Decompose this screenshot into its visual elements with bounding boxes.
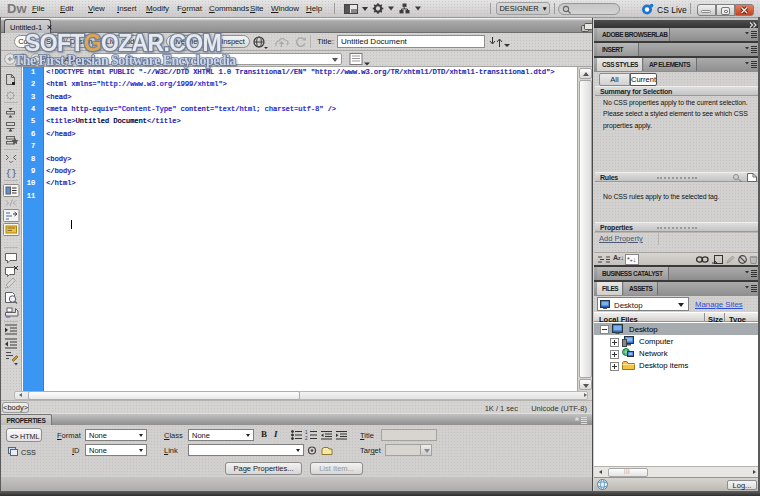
svg-text:{}: {} [6,168,17,179]
svg-text:The First Persian Software Enc: The First Persian Software Encyclopedia [14,53,236,68]
svg-text:SOFTGOZAR.COM: SOFTGOZAR.COM [25,30,221,56]
svg-text:2: 2 [305,436,308,441]
svg-text:1: 1 [305,430,308,435]
